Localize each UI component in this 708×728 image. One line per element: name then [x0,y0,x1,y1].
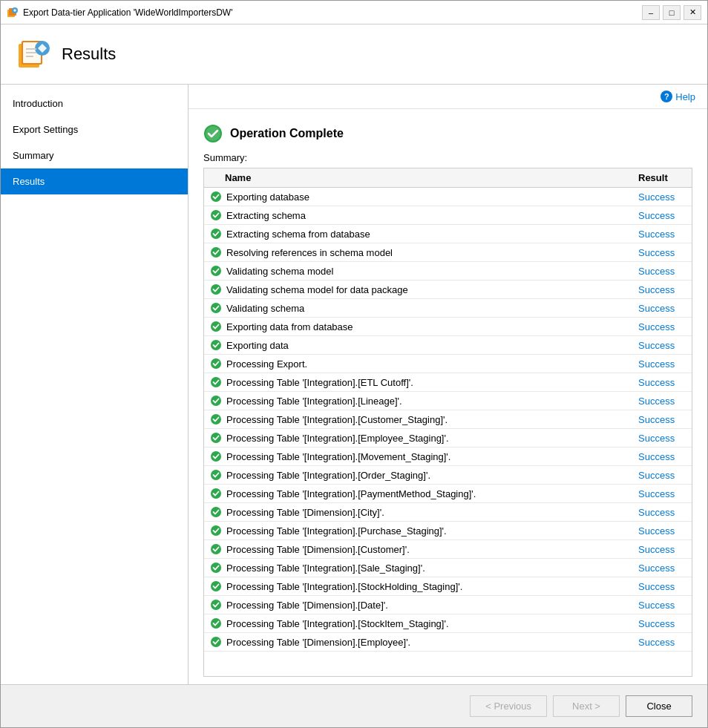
result-link[interactable]: Success [638,600,675,611]
table-row: Processing Table '[Integration].[StockIt… [204,614,692,633]
table-row: Processing Table '[Dimension].[Date]'.Su… [204,596,692,614]
result-link[interactable]: Success [638,210,675,221]
svg-point-30 [211,525,221,536]
sidebar-item-results[interactable]: Results [1,168,188,194]
row-result-cell[interactable]: Success [632,503,692,522]
row-name-text: Processing Table '[Integration].[Movemen… [226,451,450,462]
table-row: Processing Table '[Integration].[Employe… [204,429,692,447]
row-result-cell[interactable]: Success [632,225,692,243]
table-row: Processing Table '[Dimension].[Customer]… [204,540,692,559]
row-result-cell[interactable]: Success [632,373,692,392]
result-link[interactable]: Success [638,507,675,518]
table-row: Processing Table '[Integration].[Custome… [204,410,692,429]
row-result-cell[interactable]: Success [632,243,692,262]
svg-point-25 [211,433,221,443]
close-button[interactable]: Close [626,695,692,717]
result-column-header: Result [632,168,692,188]
row-result-cell[interactable]: Success [632,188,692,206]
result-link[interactable]: Success [638,396,675,407]
result-link[interactable]: Success [638,303,675,314]
success-icon [210,506,222,518]
results-table-scroll[interactable]: Name Result Exporting databaseSuccessExt… [204,168,692,676]
row-result-cell[interactable]: Success [632,447,692,466]
row-result-cell[interactable]: Success [632,299,692,318]
next-button[interactable]: Next > [553,695,620,717]
result-link[interactable]: Success [638,377,675,388]
row-name-cell: Validating schema model [204,262,632,281]
row-result-cell[interactable]: Success [632,336,692,355]
svg-point-22 [211,377,221,387]
svg-point-24 [211,414,221,424]
row-result-cell[interactable]: Success [632,596,692,614]
row-name-cell: Processing Table '[Integration].[Payment… [204,485,632,503]
row-result-cell[interactable]: Success [632,633,692,652]
result-link[interactable]: Success [638,358,675,370]
row-name-text: Processing Export. [226,358,307,370]
table-row: Processing Table '[Integration].[Movemen… [204,447,692,466]
help-link[interactable]: ? Help [661,91,695,102]
previous-button[interactable]: < Previous [470,695,547,717]
row-result-cell[interactable]: Success [632,392,692,410]
maximize-button[interactable]: □ [663,5,681,20]
row-result-cell[interactable]: Success [632,559,692,577]
result-link[interactable]: Success [638,433,675,444]
row-result-cell[interactable]: Success [632,410,692,429]
success-icon [210,376,222,388]
result-link[interactable]: Success [638,470,675,481]
sidebar-item-summary[interactable]: Summary [1,142,188,168]
success-icon [210,617,222,629]
row-result-cell[interactable]: Success [632,206,692,225]
svg-point-13 [211,210,221,220]
table-row: Extracting schemaSuccess [204,206,692,225]
svg-point-33 [211,581,221,591]
row-result-cell[interactable]: Success [632,540,692,559]
result-link[interactable]: Success [638,229,675,240]
success-icon [210,432,222,444]
table-row: Extracting schema from databaseSuccess [204,225,692,243]
result-link[interactable]: Success [638,581,675,592]
row-result-cell[interactable]: Success [632,281,692,299]
summary-section-label: Summary: [203,152,692,163]
row-result-cell[interactable]: Success [632,318,692,336]
result-link[interactable]: Success [638,488,675,499]
close-window-button[interactable]: ✕ [684,5,701,20]
result-link[interactable]: Success [638,340,675,351]
result-link[interactable]: Success [638,637,675,648]
row-result-cell[interactable]: Success [632,577,692,596]
row-name-cell: Processing Table '[Integration].[ETL Cut… [204,373,632,392]
table-row: Processing Table '[Integration].[Purchas… [204,522,692,540]
sidebar-item-introduction[interactable]: Introduction [1,91,188,117]
result-link[interactable]: Success [638,266,675,277]
table-row: Processing Table '[Integration].[Order_S… [204,466,692,485]
row-result-cell[interactable]: Success [632,262,692,281]
svg-point-14 [211,229,221,239]
row-name-text: Processing Table '[Integration].[Payment… [226,488,476,499]
success-icon [210,525,222,537]
svg-rect-7 [26,48,36,50]
result-link[interactable]: Success [638,451,675,462]
result-link[interactable]: Success [638,544,675,555]
success-icon [210,543,222,555]
result-link[interactable]: Success [638,191,675,203]
row-result-cell[interactable]: Success [632,355,692,373]
result-link[interactable]: Success [638,321,675,332]
sidebar-item-export-settings[interactable]: Export Settings [1,117,188,142]
result-link[interactable]: Success [638,525,675,537]
row-result-cell[interactable]: Success [632,429,692,447]
result-link[interactable]: Success [638,563,675,574]
result-link[interactable]: Success [638,247,675,258]
table-row: Processing Table '[Integration].[StockHo… [204,577,692,596]
row-result-cell[interactable]: Success [632,485,692,503]
svg-point-12 [211,191,221,202]
table-row: Processing Table '[Integration].[Sale_St… [204,559,692,577]
wizard-icon [16,36,51,72]
result-link[interactable]: Success [638,414,675,425]
result-link[interactable]: Success [638,284,675,295]
result-link[interactable]: Success [638,618,675,629]
row-result-cell[interactable]: Success [632,614,692,633]
minimize-button[interactable]: – [642,5,660,20]
row-result-cell[interactable]: Success [632,466,692,485]
row-result-cell[interactable]: Success [632,522,692,540]
success-icon [210,413,222,425]
success-icon [210,228,222,240]
